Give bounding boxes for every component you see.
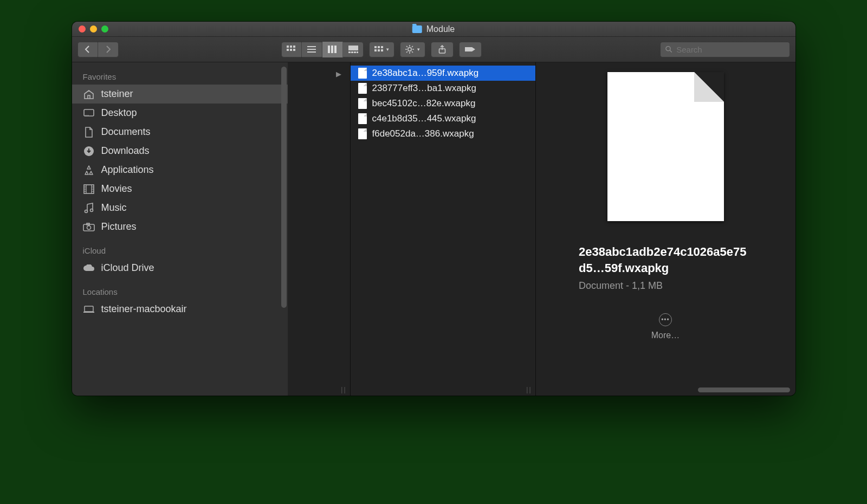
svg-rect-22 bbox=[381, 49, 383, 51]
zoom-window-button[interactable] bbox=[101, 25, 108, 33]
share-button[interactable] bbox=[431, 42, 454, 57]
search-field[interactable] bbox=[660, 42, 790, 57]
file-row[interactable]: f6de052da…386.wxapkg bbox=[351, 126, 535, 141]
column-resize-handle[interactable]: || bbox=[526, 386, 532, 393]
desktop-icon bbox=[83, 108, 95, 119]
svg-rect-11 bbox=[334, 46, 337, 53]
file-row[interactable]: 2e38abc1a…959f.wxapkg bbox=[351, 66, 535, 81]
sidebar-item-label: Desktop bbox=[101, 107, 137, 119]
sidebar-item-label: Documents bbox=[101, 126, 151, 138]
close-window-button[interactable] bbox=[79, 25, 86, 33]
search-input[interactable] bbox=[676, 45, 784, 54]
sidebar-item-downloads[interactable]: Downloads bbox=[72, 141, 288, 160]
preview-kind: Document bbox=[579, 280, 623, 291]
sidebar-item-label: Downloads bbox=[101, 145, 150, 157]
documents-icon bbox=[83, 127, 95, 138]
titlebar: Module bbox=[72, 22, 795, 37]
action-button[interactable]: ▾ bbox=[400, 42, 425, 57]
downloads-icon bbox=[83, 146, 95, 157]
sidebar-item-pictures[interactable]: Pictures bbox=[72, 217, 288, 236]
svg-rect-20 bbox=[374, 49, 377, 51]
column-resize-handle[interactable]: || bbox=[341, 386, 346, 393]
file-row[interactable]: bec45102c…82e.wxapkg bbox=[351, 96, 535, 111]
column-view-button[interactable] bbox=[322, 42, 343, 57]
sidebar-item-label: Applications bbox=[101, 164, 154, 176]
svg-rect-16 bbox=[357, 51, 358, 53]
file-name: 238777eff3…ba1.wxapkg bbox=[372, 83, 477, 94]
svg-rect-9 bbox=[328, 46, 330, 53]
svg-rect-6 bbox=[307, 46, 316, 47]
svg-line-29 bbox=[412, 51, 413, 53]
svg-rect-13 bbox=[348, 51, 351, 53]
sidebar-item-documents[interactable]: Documents bbox=[72, 122, 288, 141]
svg-rect-4 bbox=[290, 49, 292, 51]
home-icon bbox=[83, 89, 95, 100]
svg-point-36 bbox=[85, 115, 86, 116]
svg-rect-18 bbox=[378, 46, 380, 48]
document-icon bbox=[358, 98, 367, 109]
file-row[interactable]: 238777eff3…ba1.wxapkg bbox=[351, 81, 535, 96]
sidebar-item-icloud-drive[interactable]: iCloud Drive bbox=[72, 259, 288, 277]
horizontal-scrollbar[interactable] bbox=[698, 387, 790, 392]
file-row[interactable]: c4e1b8d35…445.wxapkg bbox=[351, 111, 535, 126]
applications-icon bbox=[83, 165, 95, 176]
svg-rect-2 bbox=[293, 46, 295, 48]
sidebar-item-applications[interactable]: Applications bbox=[72, 160, 288, 179]
svg-rect-14 bbox=[351, 51, 353, 53]
sidebar-item-label: Movies bbox=[101, 183, 132, 195]
file-name: f6de052da…386.wxapkg bbox=[372, 128, 474, 139]
pictures-icon bbox=[83, 222, 95, 232]
tags-button[interactable] bbox=[459, 42, 482, 57]
sidebar-item-label: tsteiner bbox=[101, 88, 133, 100]
view-switcher bbox=[281, 42, 364, 57]
svg-rect-12 bbox=[348, 46, 358, 50]
column-parent[interactable]: ▶ || bbox=[288, 62, 351, 396]
gallery-view-button[interactable] bbox=[343, 42, 364, 57]
toolbar: ▾ ▾ bbox=[72, 37, 795, 62]
svg-line-28 bbox=[406, 46, 407, 47]
svg-rect-55 bbox=[85, 306, 93, 312]
preview-size: 1,1 MB bbox=[632, 280, 663, 291]
svg-rect-7 bbox=[307, 49, 316, 50]
svg-point-50 bbox=[90, 209, 93, 211]
more-actions[interactable]: ••• More… bbox=[651, 313, 680, 340]
preview-filename: 2e38abc1adb2e74c1026a5e75d5…59f.wxapkg bbox=[579, 244, 752, 276]
finder-window: Module bbox=[72, 22, 795, 396]
sidebar-item-machine[interactable]: tsteiner-macbookair bbox=[72, 300, 288, 319]
icon-view-button[interactable] bbox=[281, 42, 302, 57]
svg-point-33 bbox=[665, 47, 670, 51]
svg-rect-5 bbox=[293, 49, 295, 51]
svg-rect-56 bbox=[83, 312, 94, 313]
sidebar-item-label: Music bbox=[101, 202, 127, 214]
file-name: bec45102c…82e.wxapkg bbox=[372, 98, 476, 109]
svg-rect-21 bbox=[378, 49, 380, 51]
svg-point-37 bbox=[86, 115, 87, 116]
chevron-right-icon: ▶ bbox=[336, 70, 341, 78]
sidebar-item-music[interactable]: Music bbox=[72, 198, 288, 217]
list-view-button[interactable] bbox=[302, 42, 322, 57]
svg-point-38 bbox=[88, 115, 89, 116]
forward-button[interactable] bbox=[98, 42, 119, 57]
document-icon bbox=[358, 68, 367, 79]
document-icon bbox=[358, 128, 367, 139]
svg-line-30 bbox=[412, 46, 413, 47]
sidebar-item-movies[interactable]: Movies bbox=[72, 179, 288, 198]
sidebar-item-desktop[interactable]: Desktop bbox=[72, 104, 288, 122]
sidebar-item-label: tsteiner-macbookair bbox=[101, 303, 187, 315]
window-title-text: Module bbox=[426, 24, 455, 34]
sidebar-heading-favorites: Favorites bbox=[72, 68, 288, 85]
svg-rect-3 bbox=[287, 49, 289, 51]
arrange-button[interactable]: ▾ bbox=[369, 42, 394, 57]
file-name: c4e1b8d35…445.wxapkg bbox=[372, 113, 476, 124]
window-controls bbox=[79, 25, 108, 33]
preview-metadata: Document - 1,1 MB bbox=[579, 280, 752, 292]
back-button[interactable] bbox=[77, 42, 98, 57]
sidebar-scrollbar[interactable] bbox=[281, 67, 287, 308]
minimize-window-button[interactable] bbox=[90, 25, 97, 33]
document-preview[interactable] bbox=[607, 72, 724, 221]
svg-point-54 bbox=[87, 225, 90, 229]
file-name: 2e38abc1a…959f.wxapkg bbox=[372, 68, 479, 79]
movies-icon bbox=[83, 184, 95, 195]
svg-rect-10 bbox=[331, 46, 333, 53]
sidebar-item-home[interactable]: tsteiner bbox=[72, 85, 288, 104]
